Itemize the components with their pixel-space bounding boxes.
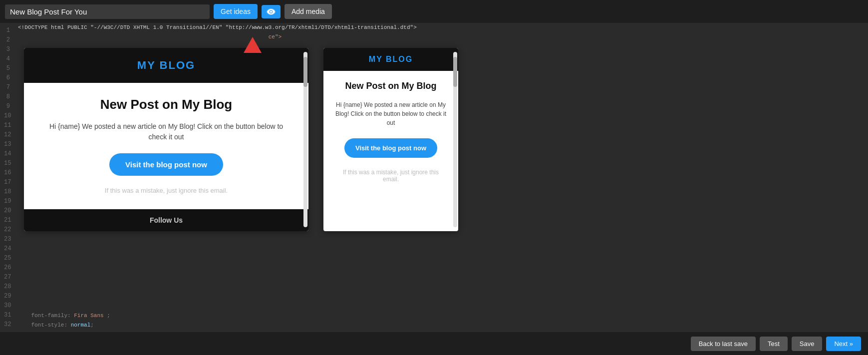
email-preview-large: MY BLOG New Post on My Blog Hi {name} We… (24, 48, 308, 231)
preview-container: MY BLOG New Post on My Blog Hi {name} We… (24, 48, 458, 231)
email-post-title-large: New Post on My Blog (40, 97, 292, 112)
email-scrollbar-thumb-small[interactable] (453, 57, 457, 87)
email-ignore-small: If this was a mistake, just ignore this … (334, 169, 447, 183)
email-footer-text-large: Follow Us (34, 216, 298, 224)
eye-icon (267, 8, 276, 15)
email-header-small: MY BLOG (323, 48, 458, 71)
add-media-button[interactable]: Add media (285, 4, 332, 19)
save-button[interactable]: Save (792, 337, 823, 351)
email-logo-small: MY BLOG (329, 55, 452, 64)
email-body-text-small: Hi {name} We posted a new article on My … (334, 100, 447, 127)
email-cta-button-small[interactable]: Visit the blog post now (344, 138, 437, 158)
code-line-32: font-style: normal; (14, 321, 868, 330)
email-footer-large: Follow Us (24, 209, 308, 231)
bottombar: Back to last save Test Save Next » (0, 332, 868, 355)
email-scrollbar-small[interactable] (453, 52, 457, 227)
email-ignore-large: If this was a mistake, just ignore this … (40, 187, 292, 194)
next-button[interactable]: Next » (826, 337, 861, 351)
code-area[interactable]: <!DOCTYPE html PUBLIC "-//W3C//DTD XHTML… (14, 23, 868, 332)
email-post-title-small: New Post on My Blog (334, 81, 447, 91)
email-header-large: MY BLOG (24, 48, 308, 83)
title-input[interactable] (5, 4, 210, 19)
preview-eye-button[interactable] (262, 5, 281, 18)
email-body-large: New Post on My Blog Hi {name} We posted … (24, 83, 308, 209)
email-logo-large: MY BLOG (34, 59, 298, 72)
get-ideas-button[interactable]: Get ideas (214, 4, 258, 19)
email-cta-button-large[interactable]: Visit the blog post now (109, 153, 223, 176)
email-body-text-large: Hi {name} We posted a new article on My … (40, 121, 292, 142)
email-scrollbar-large[interactable] (303, 52, 307, 227)
back-to-last-save-button[interactable]: Back to last save (691, 337, 756, 351)
red-arrow-indicator (244, 37, 262, 53)
line-numbers: 1 2 3 4 5 6 7 8 9 10 11 12 13 14 15 16 1… (0, 23, 14, 332)
main-area: 1 2 3 4 5 6 7 8 9 10 11 12 13 14 15 16 1… (0, 23, 868, 332)
email-body-small: New Post on My Blog Hi {name} We posted … (323, 71, 458, 196)
email-preview-small: MY BLOG New Post on My Blog Hi {name} We… (323, 48, 458, 231)
code-line-2: ce"> (14, 32, 868, 42)
topbar: Get ideas Add media (0, 0, 868, 23)
code-line-1: <!DOCTYPE html PUBLIC "-//W3C//DTD XHTML… (14, 23, 868, 32)
code-line-31: font-family: Fira Sans ; (14, 311, 868, 321)
email-scrollbar-thumb-large[interactable] (303, 57, 307, 87)
svg-point-1 (270, 10, 272, 12)
test-button[interactable]: Test (760, 337, 788, 351)
